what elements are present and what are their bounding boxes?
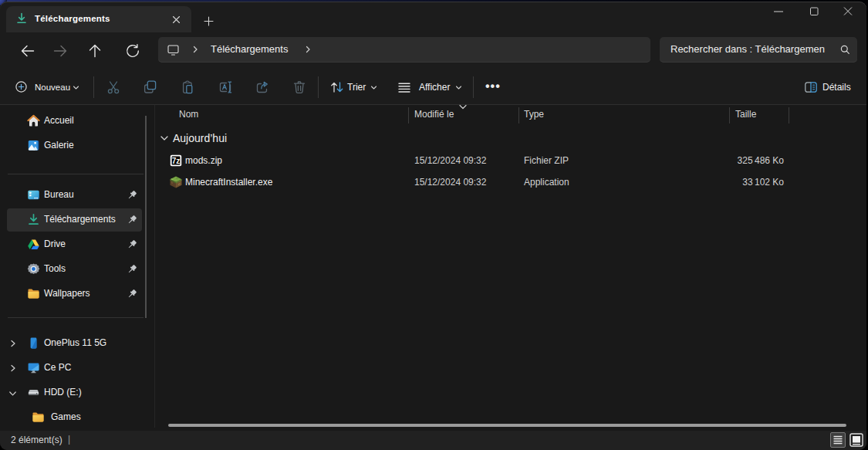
svg-text:7z: 7z xyxy=(172,157,181,165)
